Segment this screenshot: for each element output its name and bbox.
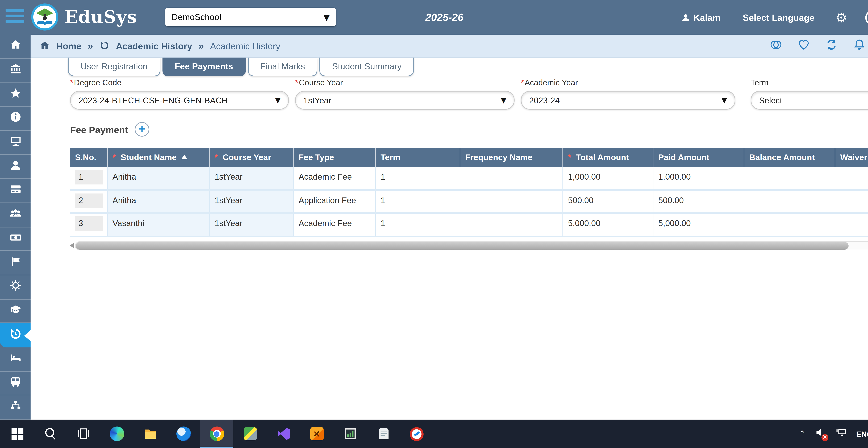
star-icon	[9, 87, 22, 102]
breadcrumb-page: Academic History	[210, 41, 280, 51]
sidebar-item-academics[interactable]	[0, 299, 31, 323]
col-fee-type[interactable]: Fee Type	[294, 148, 376, 167]
col-course-year[interactable]: *Course Year	[210, 148, 294, 167]
tab-bar: User Registration Fee Payments Final Mar…	[68, 58, 414, 76]
edusys-logo	[31, 3, 58, 31]
settings-gear-icon[interactable]: ⚙	[835, 11, 847, 24]
taskbar-search-icon[interactable]	[33, 420, 67, 448]
system-monitor-icon[interactable]	[333, 420, 367, 448]
language-indicator[interactable]: ENG	[856, 429, 868, 438]
scroll-left-arrow-icon[interactable]	[70, 243, 73, 248]
history-icon	[99, 40, 110, 51]
sidebar-item-org[interactable]	[0, 395, 31, 420]
maps-app-icon[interactable]	[233, 420, 267, 448]
visual-studio-icon[interactable]	[267, 420, 300, 448]
sidebar-item-fees[interactable]	[0, 227, 31, 251]
term-select[interactable]: Select▼	[751, 91, 868, 110]
filter-term: Term Select▼	[751, 78, 868, 110]
bell-icon[interactable]	[853, 38, 866, 54]
top-bar: EduSys DemoSchool ▼ 2025-26 Kalam Select…	[0, 0, 868, 35]
tab-fee-payments[interactable]: Fee Payments	[162, 58, 245, 76]
col-waiver-amount[interactable]: Waiver Amount	[835, 148, 868, 167]
filter-academic-year: *Academic Year 2023-24▼	[521, 78, 735, 110]
academic-year-select[interactable]: 2023-24▼	[521, 91, 735, 110]
user-icon	[681, 13, 690, 22]
sidebar-item-favorites[interactable]	[0, 83, 31, 107]
bed-icon	[9, 351, 22, 367]
table-row[interactable]: 2 Anitha 1stYear Application Fee 1 500.0…	[70, 191, 868, 214]
notepad-icon[interactable]	[367, 420, 400, 448]
tray-expand-icon[interactable]: ⌃	[799, 429, 806, 438]
col-paid-amount[interactable]: Paid Amount	[653, 148, 744, 167]
horizontal-scrollbar[interactable]	[70, 241, 868, 250]
money-icon	[9, 231, 22, 247]
sidebar-item-hostel[interactable]	[0, 347, 31, 372]
horizontal-scrollbar-thumb[interactable]	[76, 242, 849, 249]
col-student-name[interactable]: *Student Name	[107, 148, 210, 167]
sidebar-item-home[interactable]	[0, 35, 31, 59]
tab-student-summary[interactable]: Student Summary	[319, 58, 414, 76]
network-icon[interactable]	[835, 426, 847, 441]
sidebar-item-payments[interactable]	[0, 179, 31, 203]
start-button[interactable]	[0, 420, 33, 448]
academic-year-label: *Academic Year	[521, 78, 735, 87]
bank-icon	[9, 62, 22, 78]
brand-title: EduSys	[65, 0, 137, 35]
sidebar-item-academic-history[interactable]	[0, 323, 31, 347]
sidebar-item-institution[interactable]	[0, 59, 31, 83]
chevron-down-icon: ▼	[275, 96, 281, 104]
sidebar-item-reports[interactable]	[0, 251, 31, 275]
refresh-icon[interactable]	[825, 38, 838, 54]
file-explorer-icon[interactable]	[133, 420, 167, 448]
gear-icon	[9, 279, 22, 295]
hamburger-menu-icon[interactable]	[5, 9, 24, 26]
table-row[interactable]: 3 Vasanthi 1stYear Academic Fee 1 5,000.…	[70, 214, 868, 237]
filter-degree-code: *Degree Code 2023-24-BTECH-CSE-ENG-GEN-B…	[70, 78, 289, 110]
chrome-icon[interactable]	[200, 420, 233, 448]
main-content: Home » Academic History » Academic Histo…	[31, 35, 868, 420]
user-name[interactable]: Kalam	[693, 12, 720, 23]
degree-code-select[interactable]: 2023-24-BTECH-CSE-ENG-GEN-BACH▼	[70, 91, 289, 110]
edge-icon[interactable]	[100, 420, 133, 448]
sidebar-item-info[interactable]	[0, 107, 31, 131]
col-sno[interactable]: S.No.	[70, 148, 107, 167]
volume-muted-icon[interactable]: ✕	[814, 426, 826, 441]
chevron-down-icon: ▼	[722, 96, 727, 104]
dual-circle-icon[interactable]	[769, 38, 783, 54]
tab-final-marks[interactable]: Final Marks	[248, 58, 317, 76]
col-term[interactable]: Term	[376, 148, 460, 167]
person-icon	[9, 159, 22, 175]
breadcrumb-separator: »	[88, 40, 93, 51]
degree-code-label: *Degree Code	[70, 78, 289, 87]
academic-year-label: 2025-26	[403, 0, 486, 35]
table-body: 1 Anitha 1stYear Academic Fee 1 1,000.00…	[70, 167, 868, 237]
info-icon	[9, 111, 22, 127]
media-app-icon[interactable]	[400, 420, 433, 448]
breadcrumb-module[interactable]: Academic History	[116, 41, 192, 51]
sidebar-item-groups[interactable]	[0, 203, 31, 227]
sidebar-item-profile[interactable]	[0, 155, 31, 179]
breadcrumb-home[interactable]: Home	[56, 41, 82, 51]
tab-user-registration[interactable]: User Registration	[68, 58, 160, 76]
help-icon[interactable]: ?	[865, 10, 868, 25]
topbar-right: Kalam Select Language ⚙ ?	[681, 0, 868, 35]
course-year-select[interactable]: 1stYear▼	[295, 91, 515, 110]
col-total-amount[interactable]: *Total Amount	[563, 148, 653, 167]
sidebar-item-settings[interactable]	[0, 275, 31, 300]
cut-tool-icon[interactable]: ✕	[300, 420, 333, 448]
sidebar-nav	[0, 35, 31, 420]
sidebar-item-transport[interactable]	[0, 372, 31, 395]
col-frequency[interactable]: Frequency Name	[460, 148, 563, 167]
task-view-icon[interactable]	[67, 420, 100, 448]
mail-app-icon[interactable]	[167, 420, 200, 448]
school-select[interactable]: DemoSchool ▼	[165, 8, 336, 26]
sort-asc-icon[interactable]	[181, 148, 188, 167]
col-balance-amount[interactable]: Balance Amount	[744, 148, 835, 167]
sidebar-item-desktop[interactable]	[0, 131, 31, 155]
table-row[interactable]: 1 Anitha 1stYear Academic Fee 1 1,000.00…	[70, 167, 868, 191]
graduation-cap-icon	[9, 303, 22, 319]
select-language[interactable]: Select Language	[743, 12, 814, 23]
school-select-value: DemoSchool	[172, 12, 323, 22]
heart-icon[interactable]	[797, 38, 810, 54]
add-record-button[interactable]: +	[135, 122, 149, 137]
